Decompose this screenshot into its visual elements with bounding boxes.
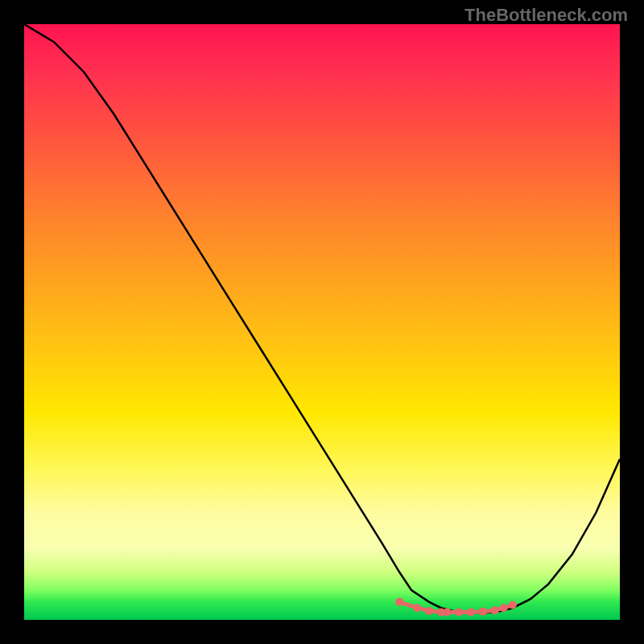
attribution-text: TheBottleneck.com: [464, 5, 628, 26]
main-curve-line: [24, 24, 620, 613]
chart-container: [24, 24, 620, 620]
chart-svg: [24, 24, 620, 620]
